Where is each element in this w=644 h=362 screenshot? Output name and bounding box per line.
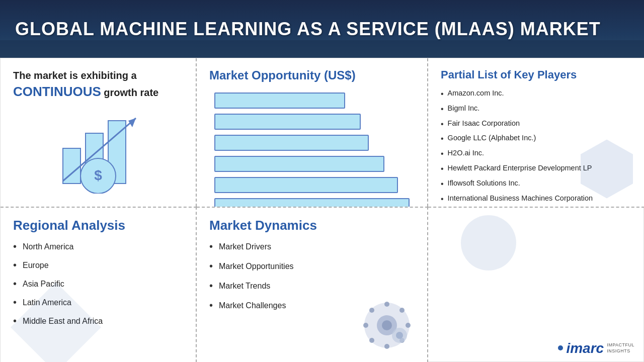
opportunity-bar-chart: [209, 90, 415, 207]
dynamics-title: Market Dynamics: [209, 218, 415, 233]
dynamics-item: Market Trends: [209, 280, 415, 292]
dynamics-section: Market Dynamics Market Drivers Market Op…: [197, 207, 428, 362]
gear-icon: [362, 300, 412, 352]
logo-dot: [558, 345, 563, 350]
svg-marker-6: [128, 118, 136, 127]
opportunity-title: Market Opportunity (US$): [209, 68, 415, 82]
brand-logo: imarc IMPACTFULINSIGHTS: [558, 340, 634, 356]
bg-diamond-decoration: [11, 282, 101, 362]
player-item: Fair Isaac Corporation: [441, 118, 632, 131]
growth-highlight: CONTINUOUS: [13, 84, 101, 99]
bar-6: [214, 198, 410, 207]
growth-text-after: growth rate: [104, 87, 158, 98]
svg-point-15: [399, 308, 405, 313]
content-grid: The market is exhibiting a CONTINUOUS gr…: [0, 58, 644, 362]
logo-brand-text: imarc: [566, 340, 604, 356]
svg-marker-8: [11, 282, 101, 362]
svg-point-19: [382, 320, 392, 330]
regional-section: Regional Analysis North America Europe A…: [1, 207, 197, 362]
dynamics-item: Market Opportunities: [209, 260, 415, 272]
logo-tagline: IMPACTFULINSIGHTS: [607, 342, 634, 354]
svg-text:$: $: [94, 167, 102, 183]
players-title: Partial List of Key Players: [441, 68, 632, 81]
svg-point-22: [461, 215, 516, 270]
growth-section: The market is exhibiting a CONTINUOUS gr…: [1, 58, 197, 207]
svg-point-10: [384, 302, 389, 307]
growth-chart-icon: $: [13, 108, 183, 194]
bar-3: [214, 135, 369, 151]
bar-1: [214, 93, 345, 109]
growth-text: The market is exhibiting a CONTINUOUS gr…: [13, 68, 183, 101]
page-title: GLOBAL MACHINE LEARNING AS A SERVICE (ML…: [15, 19, 601, 40]
opportunity-section: Market Opportunity (US$): [197, 58, 428, 207]
growth-text-before: The market is exhibiting a: [13, 70, 137, 81]
svg-point-12: [363, 323, 368, 328]
bar-4: [214, 156, 384, 172]
svg-point-21: [396, 332, 403, 339]
player-item: Bigml Inc.: [441, 103, 632, 116]
regional-title: Regional Analysis: [13, 218, 183, 233]
svg-point-14: [369, 308, 374, 313]
bar-2: [214, 114, 361, 130]
svg-marker-7: [581, 140, 633, 199]
region-item: North America: [13, 241, 183, 252]
svg-point-16: [369, 338, 374, 343]
players-section: Partial List of Key Players Amazon.com I…: [428, 58, 644, 207]
bg-circle-decoration: [458, 213, 519, 273]
region-item: Europe: [13, 259, 183, 271]
bar-5: [214, 177, 398, 193]
logo-section: imarc IMPACTFULINSIGHTS: [428, 207, 644, 362]
bg-hexagon-decoration: [574, 136, 639, 202]
svg-point-11: [384, 344, 389, 349]
page-header: GLOBAL MACHINE LEARNING AS A SERVICE (ML…: [0, 0, 644, 58]
dynamics-item: Market Drivers: [209, 241, 415, 252]
player-item: Amazon.com Inc.: [441, 87, 632, 101]
svg-point-13: [406, 323, 411, 328]
